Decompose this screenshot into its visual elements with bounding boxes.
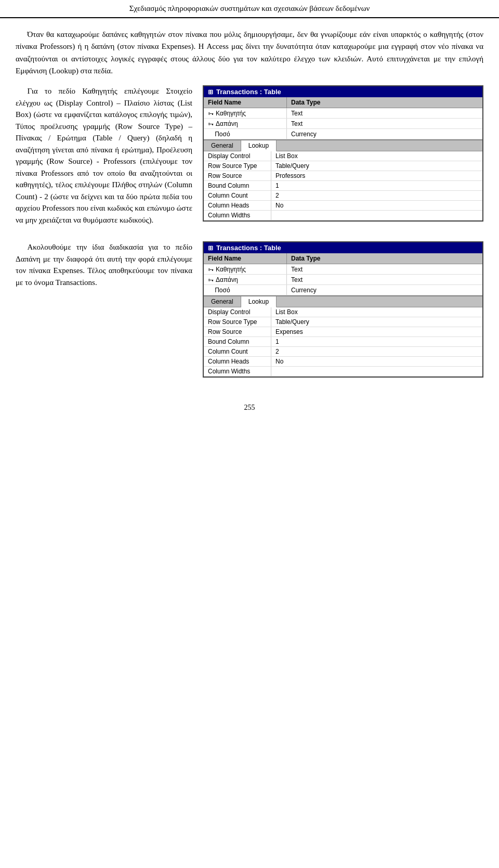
intro-paragraph: Όταν θα καταχωρούμε δαπάνες καθηγητών στ… <box>16 29 483 77</box>
prop-value: Expenses <box>271 327 482 336</box>
table1-body: 🗝 Καθηγητής Text 🗝 Δαπάνη Text <box>204 108 482 140</box>
access-table-1: ⊞ Transactions : Table Field Name Data T… <box>203 85 483 222</box>
prop-value: Table/Query <box>271 317 482 327</box>
table1-lookup-properties: Display Control List Box Row Source Type… <box>204 151 482 221</box>
left-paragraph: Για το πεδίο Καθηγητής επιλέγουμε Στοιχε… <box>16 85 192 226</box>
table2-tabs: General Lookup <box>204 296 482 307</box>
lookup-row: Column Heads No <box>204 357 482 367</box>
page-number: 255 <box>244 404 255 411</box>
lookup-row: Column Count 2 <box>204 347 482 357</box>
table1-row2-field: 🗝 Δαπάνη <box>204 119 287 128</box>
prop-label: Column Widths <box>204 211 271 220</box>
table1-col2-header: Data Type <box>287 97 482 108</box>
prop-value <box>271 211 482 220</box>
table1-row3-type: Currency <box>287 129 482 139</box>
table1-row2-type: Text <box>287 119 482 128</box>
page-content: Όταν θα καταχωρούμε δαπάνες καθηγητών στ… <box>0 18 499 388</box>
table-row: Ποσό Currency <box>204 285 482 295</box>
prop-label: Column Heads <box>204 357 271 366</box>
prop-value: List Box <box>271 151 482 161</box>
lookup-row: Row Source Expenses <box>204 327 482 337</box>
prop-label: Column Count <box>204 191 271 200</box>
prop-label: Row Source Type <box>204 161 271 171</box>
prop-label: Column Count <box>204 347 271 356</box>
key-icon-1: 🗝 <box>208 110 214 116</box>
table1-row1-field: 🗝 Καθηγητής <box>204 108 287 118</box>
prop-label: Bound Column <box>204 337 271 346</box>
tab-lookup-2[interactable]: Lookup <box>241 296 277 307</box>
header-title: Σχεδιασμός πληροφοριακών συστημάτων και … <box>129 4 370 12</box>
table2-body: 🗝 Καθηγητής Text 🗝 Δαπάνη Text <box>204 264 482 296</box>
prop-label: Display Control <box>204 307 271 317</box>
prop-label: Row Source <box>204 171 271 180</box>
prop-value: Professors <box>271 171 482 180</box>
table-row: 🗝 Δαπάνη Text <box>204 119 482 129</box>
prop-value: List Box <box>271 307 482 317</box>
lookup-row: Display Control List Box <box>204 307 482 317</box>
table2-lookup-area: General Lookup Display Control List Box … <box>204 296 482 377</box>
table2-row2-type: Text <box>287 275 482 284</box>
lookup-row: Column Widths <box>204 211 482 221</box>
table2-col1-header: Field Name <box>204 253 287 264</box>
prop-value: 1 <box>271 181 482 190</box>
key-icon-t2-2: 🗝 <box>208 277 214 283</box>
table-row: 🗝 Δαπάνη Text <box>204 275 482 285</box>
table-row: Ποσό Currency <box>204 129 482 139</box>
table2-lookup-properties: Display Control List Box Row Source Type… <box>204 307 482 377</box>
prop-label: Bound Column <box>204 181 271 190</box>
table1-tabs: General Lookup <box>204 140 482 151</box>
tab-general-1[interactable]: General <box>204 140 241 151</box>
table1-row1-type: Text <box>287 108 482 118</box>
table2-row1-type: Text <box>287 264 482 274</box>
prop-value <box>271 367 482 376</box>
prop-label: Column Widths <box>204 367 271 376</box>
lookup-row: Row Source Professors <box>204 171 482 181</box>
prop-value: No <box>271 357 482 366</box>
table2-title-bar: ⊞ Transactions : Table <box>204 242 482 253</box>
empty-icon-3 <box>208 131 213 137</box>
table2-row3-type: Currency <box>287 285 482 295</box>
table1-column: ⊞ Transactions : Table Field Name Data T… <box>203 85 483 231</box>
prop-label: Row Source <box>204 327 271 336</box>
lookup-row: Column Heads No <box>204 201 482 211</box>
table1-col1-header: Field Name <box>204 97 287 108</box>
prop-value: 1 <box>271 337 482 346</box>
table2-header: Field Name Data Type <box>204 253 482 264</box>
section-one: Για το πεδίο Καθηγητής επιλέγουμε Στοιχε… <box>16 85 483 231</box>
left-text-column: Για το πεδίο Καθηγητής επιλέγουμε Στοιχε… <box>16 85 192 231</box>
section-two: Ακολουθούμε την ίδια διαδικασία για το π… <box>16 241 483 378</box>
table1-title-bar: ⊞ Transactions : Table <box>204 86 482 97</box>
access-table-2: ⊞ Transactions : Table Field Name Data T… <box>203 241 483 378</box>
bottom-text-column: Ακολουθούμε την ίδια διαδικασία για το π… <box>16 241 192 378</box>
prop-value: No <box>271 201 482 210</box>
lookup-row: Bound Column 1 <box>204 337 482 347</box>
prop-label: Display Control <box>204 151 271 161</box>
table-row: 🗝 Καθηγητής Text <box>204 264 482 275</box>
prop-label: Column Heads <box>204 201 271 210</box>
table2-row1-field: 🗝 Καθηγητής <box>204 264 287 274</box>
table1-title: Transactions : Table <box>216 88 281 96</box>
prop-value: 2 <box>271 347 482 356</box>
key-icon-2: 🗝 <box>208 121 214 127</box>
lookup-row: Column Count 2 <box>204 191 482 201</box>
table2-title: Transactions : Table <box>216 244 281 252</box>
table2-column: ⊞ Transactions : Table Field Name Data T… <box>203 241 483 378</box>
page-footer: 255 <box>0 398 499 417</box>
table1-header: Field Name Data Type <box>204 97 482 108</box>
tab-general-2[interactable]: General <box>204 296 241 307</box>
lookup-row: Column Widths <box>204 367 482 377</box>
lookup-row: Row Source Type Table/Query <box>204 161 482 171</box>
prop-value: 2 <box>271 191 482 200</box>
empty-icon-t2-3 <box>208 287 213 293</box>
key-icon-t2-1: 🗝 <box>208 266 214 273</box>
table1-lookup-area: General Lookup Display Control List Box … <box>204 140 482 221</box>
table1-icon: ⊞ <box>208 88 213 96</box>
table1-row3-field: Ποσό <box>204 129 287 139</box>
prop-value: Table/Query <box>271 161 482 171</box>
lookup-row: Display Control List Box <box>204 151 482 161</box>
prop-label: Row Source Type <box>204 317 271 327</box>
table2-col2-header: Data Type <box>287 253 482 264</box>
table2-icon: ⊞ <box>208 244 213 252</box>
tab-lookup-1[interactable]: Lookup <box>241 140 277 151</box>
lookup-row: Row Source Type Table/Query <box>204 317 482 327</box>
